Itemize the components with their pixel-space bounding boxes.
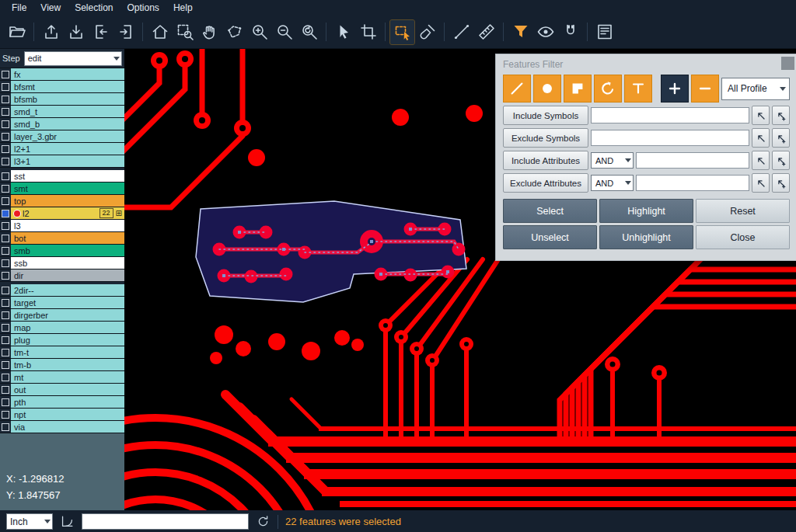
close-button[interactable]: Close — [696, 225, 790, 249]
layer-visibility-checkbox[interactable] — [0, 207, 11, 219]
layer-visibility-checkbox[interactable] — [0, 297, 11, 308]
layer-row[interactable]: map — [0, 322, 124, 334]
layer-row[interactable]: out — [0, 384, 124, 396]
layer-row[interactable]: plug — [0, 334, 124, 346]
layer-row[interactable]: target — [0, 297, 124, 309]
menu-item[interactable]: Help — [166, 1, 200, 15]
exclude-attributes-operator-select[interactable]: AND — [591, 175, 634, 191]
highlight-button[interactable]: Highlight — [599, 199, 693, 223]
menu-item[interactable]: View — [33, 1, 68, 15]
layer-row[interactable]: l2+1 — [0, 143, 124, 155]
features-filter-button[interactable] — [508, 20, 532, 44]
layer-label-cell[interactable]: smb — [11, 245, 124, 256]
page-forward-button[interactable] — [113, 20, 138, 44]
layer-label-cell[interactable]: npt — [11, 409, 124, 420]
include-attributes-input[interactable] — [636, 152, 749, 169]
view-options-button[interactable] — [533, 20, 557, 44]
layer-row[interactable]: dirgerber — [0, 309, 124, 322]
layer-visibility-checkbox[interactable] — [0, 68, 11, 80]
layer-label-cell[interactable]: layer_3.gbr — [11, 130, 124, 142]
layer-row[interactable]: smb — [0, 245, 124, 257]
layer-row[interactable]: bot — [0, 232, 124, 245]
layer-label-cell[interactable]: plug — [11, 334, 124, 346]
command-input[interactable] — [82, 513, 249, 530]
pcb-canvas[interactable]: Features Filter All Profile — [124, 49, 796, 510]
remove-filter-button[interactable] — [691, 75, 719, 103]
layer-row[interactable]: bfsmt — [0, 81, 124, 93]
zoom-in-button[interactable] — [247, 20, 271, 44]
unit-select[interactable]: Inch — [6, 513, 53, 530]
layer-label-cell[interactable]: mt — [11, 371, 124, 383]
layer-visibility-checkbox[interactable] — [0, 170, 11, 182]
reset-button[interactable]: Reset — [696, 199, 790, 223]
layer-label-cell[interactable]: top — [11, 195, 124, 207]
pick-include-symbol-button[interactable] — [752, 106, 770, 125]
layer-visibility-checkbox[interactable] — [0, 384, 11, 395]
pick-add-include-symbol-button[interactable] — [772, 106, 790, 125]
layer-label-cell[interactable]: bfsmt — [11, 81, 124, 92]
layer-visibility-checkbox[interactable] — [0, 232, 11, 244]
surface-type-button[interactable] — [564, 75, 592, 103]
angle-mode-button[interactable] — [60, 514, 75, 529]
unhighlight-button[interactable]: Unhighlight — [599, 225, 693, 249]
layer-label-cell[interactable]: smd_t — [11, 106, 124, 117]
layer-row[interactable]: tm-b — [0, 359, 124, 371]
layer-label-cell[interactable]: 2dir-- — [11, 284, 124, 296]
pick-add-include-attribute-button[interactable] — [772, 151, 790, 170]
clean-brush-button[interactable] — [415, 20, 439, 44]
include-attributes-button[interactable]: Include Attributes — [503, 151, 588, 170]
layer-row[interactable]: 2dir-- — [0, 284, 124, 297]
layer-label-cell[interactable]: dir — [11, 269, 124, 281]
pick-exclude-attribute-button[interactable] — [752, 173, 770, 193]
frame-select-button[interactable] — [356, 20, 380, 44]
dialog-titlebar[interactable]: Features Filter — [496, 54, 796, 74]
layer-label-cell[interactable]: map — [11, 322, 124, 333]
exclude-symbols-button[interactable]: Exclude Symbols — [503, 128, 588, 148]
layer-visibility-checkbox[interactable] — [0, 106, 11, 117]
arc-type-button[interactable] — [594, 75, 622, 103]
add-filter-button[interactable] — [661, 75, 689, 103]
layer-row[interactable]: top — [0, 195, 124, 207]
zoom-reset-button[interactable] — [297, 20, 321, 44]
layer-row[interactable]: layer_3.gbr — [0, 130, 124, 143]
dialog-close-button[interactable] — [781, 57, 794, 70]
feature-properties-button[interactable] — [592, 20, 616, 44]
layer-visibility-checkbox[interactable] — [0, 396, 11, 408]
layer-label-cell[interactable]: smt — [11, 183, 124, 194]
layer-row[interactable]: smd_t — [0, 106, 124, 118]
select-button[interactable]: Select — [503, 199, 597, 223]
layer-visibility-checkbox[interactable] — [0, 183, 11, 194]
include-attributes-operator-select[interactable]: AND — [591, 152, 634, 169]
layer-visibility-checkbox[interactable] — [0, 245, 11, 256]
layer-row[interactable]: bfsmb — [0, 93, 124, 106]
layer-row[interactable]: npt — [0, 409, 124, 421]
layer-label-cell[interactable]: target — [11, 297, 124, 308]
pad-type-button[interactable] — [533, 75, 561, 103]
home-view-button[interactable] — [148, 20, 172, 44]
exclude-attributes-button[interactable]: Exclude Attributes — [503, 173, 588, 193]
layer-label-cell[interactable]: bot — [11, 232, 124, 244]
layer-row[interactable]: l3 — [0, 220, 124, 232]
layer-visibility-checkbox[interactable] — [0, 322, 11, 333]
feature-select-button[interactable] — [390, 20, 414, 44]
layer-row[interactable]: ssb — [0, 257, 124, 269]
layer-visibility-checkbox[interactable] — [0, 359, 11, 370]
refresh-button[interactable] — [256, 514, 271, 529]
exclude-attributes-input[interactable] — [636, 175, 749, 191]
layer-label-cell[interactable]: bfsmb — [11, 93, 124, 105]
layer-visibility-checkbox[interactable] — [0, 257, 11, 269]
layer-label-cell[interactable]: out — [11, 384, 124, 395]
layer-row[interactable]: fx — [0, 68, 124, 81]
menu-item[interactable]: File — [5, 1, 33, 15]
pick-add-exclude-attribute-button[interactable] — [772, 173, 790, 193]
import-down-button[interactable] — [64, 20, 88, 44]
layer-row[interactable]: l3+1 — [0, 155, 124, 168]
text-type-button[interactable] — [624, 75, 652, 103]
layer-row[interactable]: dir — [0, 269, 124, 282]
pick-add-exclude-symbol-button[interactable] — [772, 128, 790, 148]
layer-visibility-checkbox[interactable] — [0, 143, 11, 155]
layer-label-cell[interactable]: l3 — [11, 220, 124, 231]
menu-item[interactable]: Selection — [68, 1, 120, 15]
zoom-out-button[interactable] — [272, 20, 296, 44]
layer-row[interactable]: tm-t — [0, 346, 124, 359]
